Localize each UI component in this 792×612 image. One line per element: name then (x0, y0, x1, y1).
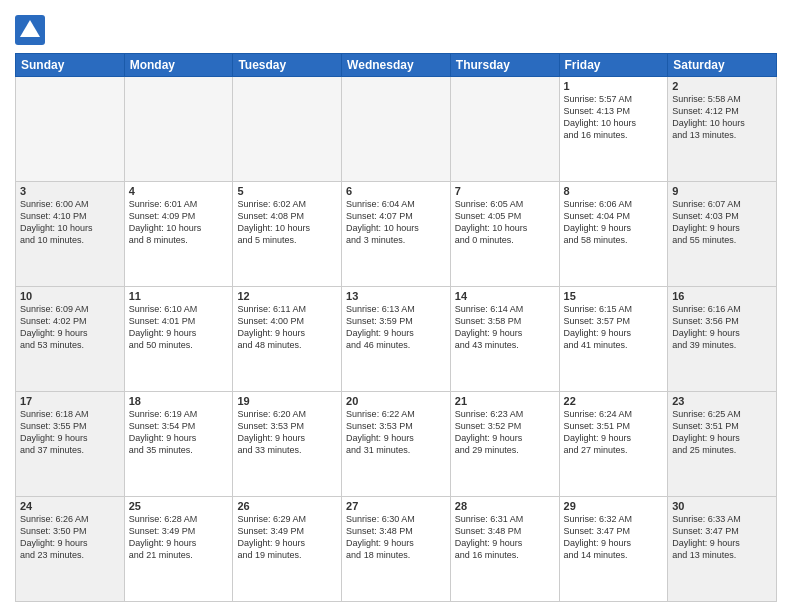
day-info: Sunrise: 6:02 AM Sunset: 4:08 PM Dayligh… (237, 198, 337, 247)
day-info: Sunrise: 6:32 AM Sunset: 3:47 PM Dayligh… (564, 513, 664, 562)
calendar-cell: 11Sunrise: 6:10 AM Sunset: 4:01 PM Dayli… (124, 287, 233, 392)
day-info: Sunrise: 6:09 AM Sunset: 4:02 PM Dayligh… (20, 303, 120, 352)
day-number: 6 (346, 185, 446, 197)
calendar-cell: 3Sunrise: 6:00 AM Sunset: 4:10 PM Daylig… (16, 182, 125, 287)
calendar-cell: 29Sunrise: 6:32 AM Sunset: 3:47 PM Dayli… (559, 497, 668, 602)
day-info: Sunrise: 6:28 AM Sunset: 3:49 PM Dayligh… (129, 513, 229, 562)
calendar-cell: 18Sunrise: 6:19 AM Sunset: 3:54 PM Dayli… (124, 392, 233, 497)
calendar-cell: 14Sunrise: 6:14 AM Sunset: 3:58 PM Dayli… (450, 287, 559, 392)
calendar-cell: 20Sunrise: 6:22 AM Sunset: 3:53 PM Dayli… (342, 392, 451, 497)
calendar: SundayMondayTuesdayWednesdayThursdayFrid… (15, 53, 777, 602)
calendar-cell: 6Sunrise: 6:04 AM Sunset: 4:07 PM Daylig… (342, 182, 451, 287)
week-row-3: 17Sunrise: 6:18 AM Sunset: 3:55 PM Dayli… (16, 392, 777, 497)
day-info: Sunrise: 6:16 AM Sunset: 3:56 PM Dayligh… (672, 303, 772, 352)
page: SundayMondayTuesdayWednesdayThursdayFrid… (0, 0, 792, 612)
calendar-cell: 24Sunrise: 6:26 AM Sunset: 3:50 PM Dayli… (16, 497, 125, 602)
day-info: Sunrise: 6:00 AM Sunset: 4:10 PM Dayligh… (20, 198, 120, 247)
day-number: 21 (455, 395, 555, 407)
day-number: 10 (20, 290, 120, 302)
calendar-cell: 26Sunrise: 6:29 AM Sunset: 3:49 PM Dayli… (233, 497, 342, 602)
day-number: 3 (20, 185, 120, 197)
header-day-wednesday: Wednesday (342, 54, 451, 77)
day-info: Sunrise: 6:26 AM Sunset: 3:50 PM Dayligh… (20, 513, 120, 562)
day-number: 8 (564, 185, 664, 197)
day-info: Sunrise: 5:57 AM Sunset: 4:13 PM Dayligh… (564, 93, 664, 142)
day-info: Sunrise: 6:11 AM Sunset: 4:00 PM Dayligh… (237, 303, 337, 352)
day-number: 4 (129, 185, 229, 197)
calendar-cell: 30Sunrise: 6:33 AM Sunset: 3:47 PM Dayli… (668, 497, 777, 602)
day-number: 9 (672, 185, 772, 197)
day-number: 1 (564, 80, 664, 92)
day-info: Sunrise: 6:10 AM Sunset: 4:01 PM Dayligh… (129, 303, 229, 352)
calendar-header-row: SundayMondayTuesdayWednesdayThursdayFrid… (16, 54, 777, 77)
day-info: Sunrise: 6:18 AM Sunset: 3:55 PM Dayligh… (20, 408, 120, 457)
logo-icon (15, 15, 45, 45)
day-info: Sunrise: 6:19 AM Sunset: 3:54 PM Dayligh… (129, 408, 229, 457)
day-info: Sunrise: 6:14 AM Sunset: 3:58 PM Dayligh… (455, 303, 555, 352)
calendar-cell: 7Sunrise: 6:05 AM Sunset: 4:05 PM Daylig… (450, 182, 559, 287)
calendar-cell: 2Sunrise: 5:58 AM Sunset: 4:12 PM Daylig… (668, 77, 777, 182)
day-number: 7 (455, 185, 555, 197)
week-row-2: 10Sunrise: 6:09 AM Sunset: 4:02 PM Dayli… (16, 287, 777, 392)
calendar-cell: 22Sunrise: 6:24 AM Sunset: 3:51 PM Dayli… (559, 392, 668, 497)
day-info: Sunrise: 6:33 AM Sunset: 3:47 PM Dayligh… (672, 513, 772, 562)
week-row-1: 3Sunrise: 6:00 AM Sunset: 4:10 PM Daylig… (16, 182, 777, 287)
calendar-cell: 23Sunrise: 6:25 AM Sunset: 3:51 PM Dayli… (668, 392, 777, 497)
day-info: Sunrise: 6:24 AM Sunset: 3:51 PM Dayligh… (564, 408, 664, 457)
day-info: Sunrise: 6:13 AM Sunset: 3:59 PM Dayligh… (346, 303, 446, 352)
week-row-0: 1Sunrise: 5:57 AM Sunset: 4:13 PM Daylig… (16, 77, 777, 182)
calendar-cell: 8Sunrise: 6:06 AM Sunset: 4:04 PM Daylig… (559, 182, 668, 287)
day-number: 20 (346, 395, 446, 407)
day-info: Sunrise: 6:29 AM Sunset: 3:49 PM Dayligh… (237, 513, 337, 562)
day-info: Sunrise: 6:22 AM Sunset: 3:53 PM Dayligh… (346, 408, 446, 457)
day-number: 13 (346, 290, 446, 302)
day-info: Sunrise: 6:05 AM Sunset: 4:05 PM Dayligh… (455, 198, 555, 247)
day-info: Sunrise: 6:07 AM Sunset: 4:03 PM Dayligh… (672, 198, 772, 247)
calendar-body: 1Sunrise: 5:57 AM Sunset: 4:13 PM Daylig… (16, 77, 777, 602)
day-number: 25 (129, 500, 229, 512)
calendar-cell: 17Sunrise: 6:18 AM Sunset: 3:55 PM Dayli… (16, 392, 125, 497)
header-day-tuesday: Tuesday (233, 54, 342, 77)
day-info: Sunrise: 6:25 AM Sunset: 3:51 PM Dayligh… (672, 408, 772, 457)
day-number: 17 (20, 395, 120, 407)
day-info: Sunrise: 6:23 AM Sunset: 3:52 PM Dayligh… (455, 408, 555, 457)
calendar-cell: 16Sunrise: 6:16 AM Sunset: 3:56 PM Dayli… (668, 287, 777, 392)
day-number: 28 (455, 500, 555, 512)
calendar-cell: 4Sunrise: 6:01 AM Sunset: 4:09 PM Daylig… (124, 182, 233, 287)
day-number: 23 (672, 395, 772, 407)
calendar-cell: 15Sunrise: 6:15 AM Sunset: 3:57 PM Dayli… (559, 287, 668, 392)
day-info: Sunrise: 6:20 AM Sunset: 3:53 PM Dayligh… (237, 408, 337, 457)
day-number: 12 (237, 290, 337, 302)
day-number: 19 (237, 395, 337, 407)
header-day-monday: Monday (124, 54, 233, 77)
svg-rect-2 (25, 33, 35, 37)
day-number: 30 (672, 500, 772, 512)
day-number: 22 (564, 395, 664, 407)
day-info: Sunrise: 6:06 AM Sunset: 4:04 PM Dayligh… (564, 198, 664, 247)
day-info: Sunrise: 6:31 AM Sunset: 3:48 PM Dayligh… (455, 513, 555, 562)
header-day-thursday: Thursday (450, 54, 559, 77)
day-number: 15 (564, 290, 664, 302)
calendar-cell (233, 77, 342, 182)
day-number: 16 (672, 290, 772, 302)
calendar-cell: 1Sunrise: 5:57 AM Sunset: 4:13 PM Daylig… (559, 77, 668, 182)
calendar-cell: 12Sunrise: 6:11 AM Sunset: 4:00 PM Dayli… (233, 287, 342, 392)
day-number: 27 (346, 500, 446, 512)
calendar-cell: 9Sunrise: 6:07 AM Sunset: 4:03 PM Daylig… (668, 182, 777, 287)
calendar-cell: 19Sunrise: 6:20 AM Sunset: 3:53 PM Dayli… (233, 392, 342, 497)
day-info: Sunrise: 6:04 AM Sunset: 4:07 PM Dayligh… (346, 198, 446, 247)
header-day-saturday: Saturday (668, 54, 777, 77)
logo (15, 15, 49, 45)
calendar-cell (342, 77, 451, 182)
header (15, 10, 777, 45)
header-day-friday: Friday (559, 54, 668, 77)
calendar-cell: 28Sunrise: 6:31 AM Sunset: 3:48 PM Dayli… (450, 497, 559, 602)
calendar-cell (124, 77, 233, 182)
calendar-cell: 13Sunrise: 6:13 AM Sunset: 3:59 PM Dayli… (342, 287, 451, 392)
day-number: 5 (237, 185, 337, 197)
calendar-cell: 25Sunrise: 6:28 AM Sunset: 3:49 PM Dayli… (124, 497, 233, 602)
calendar-cell: 27Sunrise: 6:30 AM Sunset: 3:48 PM Dayli… (342, 497, 451, 602)
header-day-sunday: Sunday (16, 54, 125, 77)
day-info: Sunrise: 6:30 AM Sunset: 3:48 PM Dayligh… (346, 513, 446, 562)
week-row-4: 24Sunrise: 6:26 AM Sunset: 3:50 PM Dayli… (16, 497, 777, 602)
